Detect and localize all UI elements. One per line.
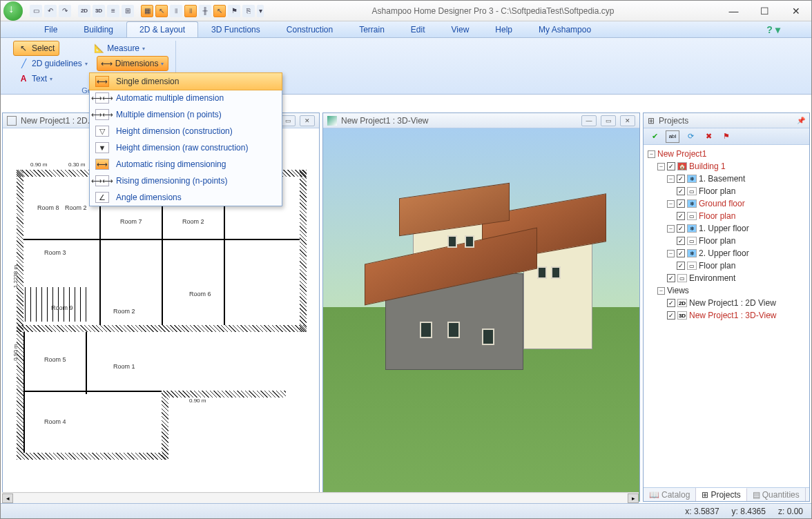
tab-my-ashampoo[interactable]: My Ashampoo bbox=[525, 21, 604, 37]
qat-dropdown-icon[interactable]: ▾ bbox=[257, 5, 264, 17]
tab-construction[interactable]: Construction bbox=[273, 21, 346, 37]
pin-icon[interactable]: 📌 bbox=[797, 117, 805, 124]
projects-tree: −New Project1 −✓🏠Building 1 −✓❄1. Baseme… bbox=[644, 145, 809, 487]
room-label: Room 2 bbox=[113, 308, 135, 315]
qat-flag-icon[interactable]: ⚑ bbox=[228, 5, 240, 17]
qat-ruler-icon[interactable]: ╫ bbox=[199, 5, 211, 17]
tree-root[interactable]: −New Project1 bbox=[648, 148, 805, 160]
btab-catalog[interactable]: 📖Catalog bbox=[644, 488, 696, 501]
menu-height-raw[interactable]: ▼Height dimension (raw construction) bbox=[90, 139, 282, 156]
room-label: Room 4 bbox=[44, 418, 66, 425]
room-label: Room 2 bbox=[65, 204, 87, 211]
menu-height-construction[interactable]: ▽Height dimension (construction) bbox=[90, 123, 282, 139]
pane-close-button[interactable]: ✕ bbox=[620, 115, 635, 126]
tree-view-3d[interactable]: ✓3DNew Project1 : 3D-View bbox=[648, 309, 805, 322]
text-button[interactable]: A Text ▾ bbox=[13, 71, 57, 86]
quick-access-toolbar: ▭ ↶ ↷ 2D 3D ≡ ⊞ ▦ ↖ ⦀ ⦀ ╫ ↖ ⚑ ⎘ ▾ bbox=[26, 5, 268, 17]
qat-cut-icon[interactable]: ≡ bbox=[107, 5, 119, 17]
dimensions-button[interactable]: ⟷ Dimensions ▾ bbox=[97, 56, 169, 71]
projects-toolbar: ✔ abl ⟳ ✖ ⚑ bbox=[644, 128, 809, 145]
tab-edit[interactable]: Edit bbox=[398, 21, 438, 37]
tab-building[interactable]: Building bbox=[70, 21, 126, 37]
btab-quantities[interactable]: ▤Quantities bbox=[747, 488, 806, 501]
qat-snap-icon[interactable]: ⦀ bbox=[170, 5, 182, 17]
status-z: z: 0.00 bbox=[778, 507, 803, 516]
tab-help[interactable]: Help bbox=[482, 21, 525, 37]
menu-auto-multiple[interactable]: ⟷⟷Automatic multiple dimension bbox=[90, 90, 282, 106]
chevron-down-icon: ▾ bbox=[161, 61, 164, 67]
btab-projects[interactable]: ⊞Projects bbox=[696, 488, 746, 501]
tree-floor[interactable]: −✓❄2. Upper floor bbox=[648, 247, 805, 260]
guidelines-button[interactable]: ╱ 2D guidelines ▾ bbox=[13, 56, 93, 71]
qat-2d-icon[interactable]: 2D bbox=[78, 5, 90, 17]
tree-views[interactable]: −Views bbox=[648, 284, 805, 297]
tree-floor[interactable]: −✓❄1. Upper floor bbox=[648, 222, 805, 235]
tree-view-2d[interactable]: ✓2DNew Project1 : 2D View bbox=[648, 297, 805, 309]
room-label: Room 3 bbox=[44, 249, 66, 256]
tab-3d-functions[interactable]: 3D Functions bbox=[198, 21, 273, 37]
qat-undo-icon[interactable]: ↶ bbox=[44, 5, 57, 17]
auto-multi-icon: ⟷⟷ bbox=[95, 92, 109, 104]
tree-floorplan[interactable]: ✓▭Floor plan bbox=[648, 210, 805, 222]
maximize-button[interactable]: ☐ bbox=[749, 1, 780, 21]
help-icon[interactable]: ? ▾ bbox=[766, 21, 781, 37]
dimension-icon: ⟷ bbox=[102, 58, 113, 69]
tree-floor[interactable]: −✓❄1. Basement bbox=[648, 173, 805, 185]
canvas-3d[interactable] bbox=[323, 128, 639, 501]
menu-angle[interactable]: ∠Angle dimensions bbox=[90, 189, 282, 206]
room-label: Room 9 bbox=[51, 304, 73, 311]
qat-pointer-icon[interactable]: ↖ bbox=[213, 5, 226, 17]
rising-n-icon: ⟷⟷ bbox=[95, 175, 109, 186]
guideline-icon: ╱ bbox=[18, 58, 29, 69]
pane-close-button[interactable]: ✕ bbox=[300, 115, 315, 126]
check-icon[interactable]: ✔ bbox=[648, 130, 661, 143]
scroll-right-icon[interactable]: ▸ bbox=[628, 493, 639, 503]
menu-rising-npoints[interactable]: ⟷⟷Rising dimensioning (n-points) bbox=[90, 173, 282, 189]
pane-max-button[interactable]: ▭ bbox=[280, 115, 296, 126]
projects-icon: ⊞ bbox=[702, 490, 708, 500]
minimize-button[interactable]: — bbox=[718, 1, 749, 21]
delete-icon[interactable]: ✖ bbox=[702, 130, 715, 143]
qat-align-icon[interactable]: ⦀ bbox=[184, 5, 197, 17]
horizontal-scrollbar[interactable]: ◂ ▸ bbox=[2, 492, 639, 503]
refresh-icon[interactable]: ⟳ bbox=[684, 130, 697, 143]
tab-terrain[interactable]: Terrain bbox=[346, 21, 398, 37]
tree-floorplan[interactable]: ✓▭Floor plan bbox=[648, 235, 805, 247]
qat-grid-icon[interactable]: ▦ bbox=[141, 5, 153, 17]
qat-redo-icon[interactable]: ↷ bbox=[59, 5, 71, 17]
select-label: Select bbox=[32, 43, 55, 53]
menu-auto-rising[interactable]: ⟷Automatic rising dimensioning bbox=[90, 156, 282, 173]
tree-environment[interactable]: ✓▭Environment bbox=[648, 272, 805, 284]
room-label: Room 2 bbox=[182, 218, 204, 225]
projects-icon: ⊞ bbox=[648, 116, 655, 126]
tree-floorplan[interactable]: ✓▭Floor plan bbox=[648, 260, 805, 272]
tree-floor[interactable]: −✓❄Ground floor bbox=[648, 197, 805, 210]
pane-min-button[interactable]: — bbox=[581, 115, 597, 126]
measure-label: Measure bbox=[107, 43, 139, 53]
measure-button[interactable]: 📐 Measure ▾ bbox=[88, 41, 150, 56]
scroll-left-icon[interactable]: ◂ bbox=[2, 493, 13, 503]
menu-single-dimension[interactable]: ⟷Single dimension bbox=[89, 72, 282, 90]
select-button[interactable]: ↖ Select bbox=[13, 41, 59, 56]
catalog-icon: 📖 bbox=[649, 490, 659, 500]
pane-projects: ⊞ Projects 📌 ✔ abl ⟳ ✖ ⚑ −New Project1 −… bbox=[643, 112, 810, 502]
tree-building[interactable]: −✓🏠Building 1 bbox=[648, 160, 805, 173]
pane-max-button[interactable]: ▭ bbox=[601, 115, 616, 126]
room-label: Room 5 bbox=[44, 356, 66, 363]
pane-2d-icon bbox=[7, 116, 17, 126]
flag-icon[interactable]: ⚑ bbox=[719, 130, 733, 143]
menu-multiple-npoints[interactable]: ⟷⟷Multiple dimension (n points) bbox=[90, 106, 282, 123]
close-button[interactable]: ✕ bbox=[780, 1, 811, 21]
tab-view[interactable]: View bbox=[438, 21, 483, 37]
rename-icon[interactable]: abl bbox=[666, 130, 679, 143]
pane-3d-icon bbox=[327, 116, 337, 126]
qat-cursor-icon[interactable]: ↖ bbox=[155, 5, 168, 17]
tab-2d-layout[interactable]: 2D & Layout bbox=[126, 21, 198, 37]
ribbon: ↖ Select 📐 Measure ▾ ╱ 2D guidelines ▾ ⟷… bbox=[1, 38, 811, 95]
tree-floorplan[interactable]: ✓▭Floor plan bbox=[648, 185, 805, 197]
qat-tile-icon[interactable]: ⊞ bbox=[122, 5, 134, 17]
qat-copy-icon[interactable]: ⎘ bbox=[242, 5, 255, 17]
tab-file[interactable]: File bbox=[31, 21, 70, 37]
qat-3d-icon[interactable]: 3D bbox=[93, 5, 105, 17]
qat-new-icon[interactable]: ▭ bbox=[30, 5, 42, 17]
